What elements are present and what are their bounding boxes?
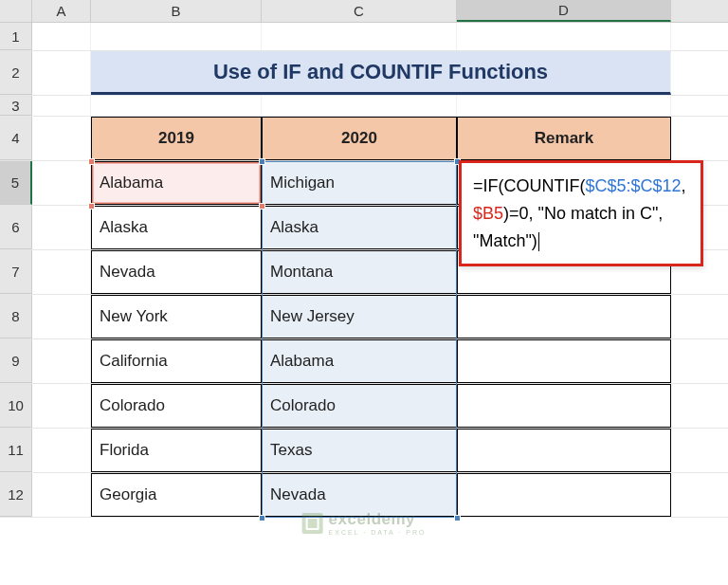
range-handle-icon[interactable] — [454, 515, 461, 521]
cell-A1[interactable] — [32, 23, 91, 50]
selection-handle-icon[interactable] — [88, 158, 95, 165]
column-headers: A B C D — [0, 0, 728, 23]
cell-A5[interactable] — [32, 161, 91, 205]
select-all-corner[interactable] — [0, 0, 32, 22]
cell-D11[interactable] — [457, 429, 671, 472]
cell-C6[interactable]: Alaska — [262, 206, 457, 249]
header-2020[interactable]: 2020 — [262, 117, 457, 160]
cell-B9[interactable]: California — [91, 339, 262, 383]
cell-A3[interactable] — [32, 96, 91, 116]
cell-B11[interactable]: Florida — [91, 429, 262, 472]
cell-B5[interactable]: Alabama — [91, 161, 262, 205]
row-header-11[interactable]: 11 — [0, 429, 32, 472]
cell-D8[interactable] — [457, 295, 671, 338]
row-2: 2 Use of IF and COUNTIF Functions — [0, 51, 728, 96]
cell-B1[interactable] — [91, 23, 262, 50]
cell-B6[interactable]: Alaska — [91, 206, 262, 249]
cell-B10[interactable]: Colorado — [91, 384, 262, 428]
cell-B12[interactable]: Georgia — [91, 473, 262, 517]
selection-handle-icon[interactable] — [259, 203, 265, 210]
cell-B3[interactable] — [91, 96, 262, 116]
cell-C5[interactable]: Michigan — [262, 161, 457, 205]
cell-D9[interactable] — [457, 339, 671, 383]
formula-part: , — [682, 176, 686, 195]
cell-B7[interactable]: Nevada — [91, 250, 262, 294]
text-cursor — [538, 232, 539, 251]
row-header-5[interactable]: 5 — [0, 161, 32, 205]
cell-C12[interactable]: Nevada — [262, 473, 457, 517]
row-8: 8 New York New Jersey — [0, 295, 728, 339]
cell-C7[interactable]: Montana — [262, 250, 457, 294]
cell-A7[interactable] — [32, 250, 91, 294]
row-header-4[interactable]: 4 — [0, 117, 32, 160]
cell-B8[interactable]: New York — [91, 295, 262, 338]
cell-A2[interactable] — [32, 51, 91, 95]
cell-A9[interactable] — [32, 339, 91, 383]
row-header-7[interactable]: 7 — [0, 250, 32, 294]
col-header-B[interactable]: B — [91, 0, 262, 22]
cell-A8[interactable] — [32, 295, 91, 338]
formula-range-ref: $C$5:$C$12 — [586, 176, 682, 195]
range-handle-icon[interactable] — [259, 158, 265, 165]
row-3: 3 — [0, 96, 728, 117]
cell-D10[interactable] — [457, 384, 671, 428]
row-header-9[interactable]: 9 — [0, 339, 32, 383]
cell-D12[interactable] — [457, 473, 671, 517]
header-remark[interactable]: Remark — [457, 117, 671, 160]
row-4: 4 2019 2020 Remark — [0, 117, 728, 161]
range-handle-icon[interactable] — [259, 515, 265, 521]
selection-handle-icon[interactable] — [88, 203, 95, 210]
cell-A10[interactable] — [32, 384, 91, 428]
col-header-C[interactable]: C — [262, 0, 457, 22]
row-header-12[interactable]: 12 — [0, 473, 32, 517]
title-cell[interactable]: Use of IF and COUNTIF Functions — [91, 51, 671, 95]
formula-cell-ref: $B5 — [473, 204, 503, 223]
cell-D1[interactable] — [457, 23, 671, 50]
row-header-10[interactable]: 10 — [0, 384, 32, 428]
row-header-2[interactable]: 2 — [0, 51, 32, 95]
cell-C9[interactable]: Alabama — [262, 339, 457, 383]
row-header-1[interactable]: 1 — [0, 23, 32, 50]
cell-C1[interactable] — [262, 23, 457, 50]
cell-C11[interactable]: Texas — [262, 429, 457, 472]
cell-A11[interactable] — [32, 429, 91, 472]
cell-C3[interactable] — [262, 96, 457, 116]
row-11: 11 Florida Texas — [0, 429, 728, 473]
formula-editor[interactable]: =IF(COUNTIF($C$5:$C$12, $B5)=0, "No matc… — [459, 160, 703, 266]
row-10: 10 Colorado Colorado — [0, 384, 728, 429]
cell-A12[interactable] — [32, 473, 91, 517]
row-header-8[interactable]: 8 — [0, 295, 32, 338]
row-1: 1 — [0, 23, 728, 51]
header-2019[interactable]: 2019 — [91, 117, 262, 160]
cell-C10[interactable]: Colorado — [262, 384, 457, 428]
formula-part: =IF(COUNTIF( — [473, 176, 586, 195]
cell-D3[interactable] — [457, 96, 671, 116]
cell-A4[interactable] — [32, 117, 91, 160]
watermark-sub: EXCEL · DATA · PRO — [329, 529, 427, 536]
row-12: 12 Georgia Nevada — [0, 473, 728, 518]
row-header-3[interactable]: 3 — [0, 96, 32, 116]
cell-C8[interactable]: New Jersey — [262, 295, 457, 338]
row-9: 9 California Alabama — [0, 339, 728, 384]
row-header-6[interactable]: 6 — [0, 206, 32, 249]
col-header-A[interactable]: A — [32, 0, 91, 22]
col-header-D[interactable]: D — [457, 0, 671, 22]
cell-A6[interactable] — [32, 206, 91, 249]
